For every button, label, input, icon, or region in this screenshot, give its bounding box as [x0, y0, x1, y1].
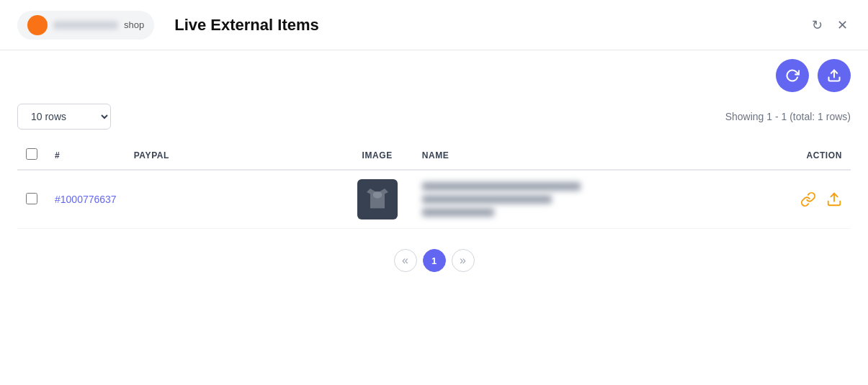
pagination: « 1 » [0, 229, 868, 284]
showing-text: Showing 1 - 1 (total: 1 rows) [725, 111, 851, 122]
shop-tag-label: shop [124, 19, 144, 30]
controls-row: 10 rows 25 rows 50 rows 100 rows Showing… [0, 101, 868, 141]
header-actions: ↻ ✕ [809, 14, 851, 36]
first-page-icon: « [402, 254, 408, 267]
shop-avatar [27, 15, 48, 35]
upload-icon [826, 191, 842, 207]
page-1-button[interactable]: 1 [423, 249, 446, 272]
rows-per-page-select[interactable]: 10 rows 25 rows 50 rows 100 rows [17, 104, 111, 130]
last-page-icon: » [460, 254, 466, 267]
header-num-col: # [46, 141, 125, 170]
shop-name-blur [53, 21, 118, 30]
link-icon [800, 191, 816, 207]
header-name-col: NAME [413, 141, 764, 170]
row-action-cell [764, 170, 851, 229]
toolbar [0, 50, 868, 101]
page-1-label: 1 [431, 255, 437, 266]
shop-badge: shop [17, 11, 154, 40]
header-action-col: ACTION [764, 141, 851, 170]
row-paypal-cell [125, 170, 341, 229]
export-icon [827, 68, 841, 83]
header-refresh-button[interactable]: ↻ [809, 14, 826, 36]
select-all-checkbox[interactable] [26, 148, 37, 160]
header-image-col: IMAGE [341, 141, 413, 170]
header: shop Live External Items ↻ ✕ [0, 0, 868, 50]
row-checkbox[interactable] [26, 193, 37, 204]
product-name [422, 182, 756, 217]
header-check-col [17, 141, 46, 170]
product-thumbnail [357, 179, 398, 219]
name-line-3 [422, 208, 494, 217]
refresh-button[interactable] [776, 59, 809, 92]
row-check-cell [17, 170, 46, 229]
last-page-button[interactable]: » [452, 249, 475, 272]
link-item-button[interactable] [800, 191, 816, 207]
refresh-icon [785, 68, 800, 83]
first-page-button[interactable]: « [394, 249, 417, 272]
product-thumb-icon [363, 185, 392, 214]
row-name-cell [413, 170, 764, 229]
page-title: Live External Items [174, 16, 319, 35]
header-left: shop Live External Items [17, 11, 319, 40]
header-close-button[interactable]: ✕ [834, 14, 851, 36]
export-button[interactable] [818, 59, 851, 92]
action-icons [773, 191, 842, 207]
table-row: #1000776637 [17, 170, 851, 229]
row-id-cell: #1000776637 [46, 170, 125, 229]
table-wrap: # Paypal IMAGE NAME ACTION #1000776637 [0, 141, 868, 229]
table-header: # Paypal IMAGE NAME ACTION [17, 141, 851, 170]
items-table: # Paypal IMAGE NAME ACTION #1000776637 [17, 141, 851, 229]
item-id-link[interactable]: #1000776637 [55, 194, 117, 205]
svg-point-1 [372, 191, 382, 199]
upload-item-button[interactable] [826, 191, 842, 207]
name-line-1 [422, 182, 581, 191]
header-paypal-col: Paypal [125, 141, 341, 170]
name-line-2 [422, 195, 552, 204]
row-image-cell [341, 170, 413, 229]
table-body: #1000776637 [17, 170, 851, 229]
